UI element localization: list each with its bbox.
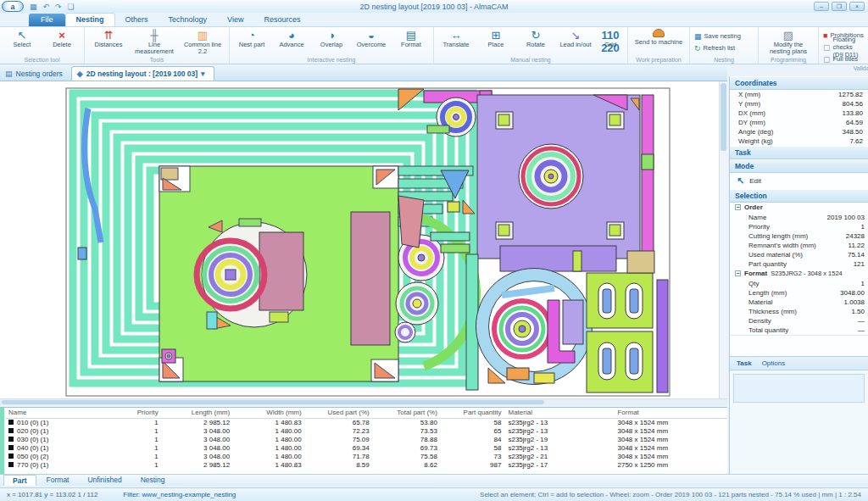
section-mode[interactable]: Mode xyxy=(730,159,868,173)
group-interactive-nesting: ◔ Nest part ◕ Advance ◑ Overlap ◒ Overco… xyxy=(230,27,434,64)
table-row[interactable]: 770 (0) (1) 12 985.12 1 480.838.59 8.629… xyxy=(5,460,727,469)
advance-button[interactable]: ◕ Advance xyxy=(272,28,311,48)
table-row[interactable]: 020 (0) (1) 13 048.00 1 480.0072.23 73.5… xyxy=(5,426,727,435)
doc-tab-nesting-orders[interactable]: ▤ Nesting orders xyxy=(0,67,71,81)
nest-part-button[interactable]: ◔ Nest part xyxy=(232,28,271,48)
section-task[interactable]: Task xyxy=(730,146,868,159)
order-swatch-icon xyxy=(8,445,14,450)
table-row[interactable]: 030 (0) (1) 13 048.00 1 480.0075.09 78.8… xyxy=(5,435,727,443)
lavender-plate-part xyxy=(477,95,654,259)
bottom-tab-unfinished[interactable]: Unfinished xyxy=(79,475,130,486)
tree-row: Remnant's width (mm)11.22 xyxy=(730,241,868,250)
save-nesting-button[interactable]: ▦ Save nesting xyxy=(693,31,743,42)
coord-row: Angle (deg)348.50 xyxy=(730,127,868,136)
place-button[interactable]: ⊞ Place xyxy=(476,28,515,48)
order-swatch-icon xyxy=(8,420,14,425)
send-to-machine-button[interactable]: Send to machine xyxy=(632,28,685,46)
ribbon: ↖ Select × Delete Selection tool ⇈ Dista… xyxy=(0,27,868,64)
minimize-button[interactable]: – xyxy=(814,2,829,11)
group-nesting-store: ▦ Save nesting ↻ Refresh list Nesting xyxy=(690,27,759,64)
full-titles-item[interactable]: ▢ Full titles xyxy=(821,53,865,64)
plans-icon: ▨ xyxy=(783,29,793,42)
floating-checks-item[interactable]: ▢ Floating checks (D9 D11) xyxy=(821,42,865,53)
tree-row: Length (mm)3048.00 xyxy=(730,288,868,298)
tab-file[interactable]: File xyxy=(29,14,65,26)
tree-row: Thickness (mm)1.50 xyxy=(730,307,868,316)
rotate-button[interactable]: ↻ Rotate xyxy=(516,28,555,48)
table-row[interactable]: 010 (0) (1) 12 985.12 1 480.8365.78 53.8… xyxy=(5,418,727,426)
bottom-tab-nesting[interactable]: Nesting xyxy=(132,475,174,486)
cursor-icon: ↖ xyxy=(18,29,27,42)
app-logo-icon: a xyxy=(2,1,24,12)
select-button[interactable]: ↖ Select xyxy=(3,28,42,48)
collapse-icon[interactable]: − xyxy=(735,270,741,276)
modify-plans-button[interactable]: ▨ Modify the nesting plans xyxy=(763,28,814,55)
coord-row: Y (mm)804.56 xyxy=(730,99,868,109)
table-row[interactable]: 050 (0) (2) 13 048.00 1 480.0071.78 75.5… xyxy=(5,452,727,460)
chevron-down-icon[interactable]: ▾ xyxy=(201,70,205,78)
distances-button[interactable]: ⇈ Distances xyxy=(87,28,130,48)
order-swatch-icon xyxy=(8,454,14,459)
translate-button[interactable]: ↔ Translate xyxy=(437,28,476,48)
canvas-horizontal-scrollbar[interactable] xyxy=(0,398,727,405)
redo-icon[interactable]: ↷ xyxy=(55,3,62,11)
print-icon[interactable]: ❏ xyxy=(68,3,75,11)
tree-group-order[interactable]: − Order xyxy=(730,203,868,213)
advance-icon: ◕ xyxy=(288,29,295,42)
doc-tab-nesting-layout[interactable]: ◈ 2D nesting layout : [2019 100 03] ▾ xyxy=(71,66,214,81)
coord-row: Weight (kg)7.62 xyxy=(730,136,868,146)
tab-technology[interactable]: Technology xyxy=(159,14,218,26)
close-button[interactable]: × xyxy=(849,2,865,11)
refresh-list-button[interactable]: ↻ Refresh list xyxy=(693,42,737,53)
grid-button[interactable]: 110220 Grid xyxy=(596,28,625,48)
translate-icon: ↔ xyxy=(451,29,462,42)
canvas-vertical-scrollbar[interactable] xyxy=(719,81,727,398)
overcome-button[interactable]: ◒ Overcome xyxy=(352,28,391,48)
lead-icon: ↘ xyxy=(571,29,581,42)
prohibitions-icon: ■ xyxy=(823,31,827,40)
common-line-button[interactable]: ▥ Common line 2.2 xyxy=(179,28,226,55)
group-tools: ⇈ Distances ╫ Line measurement ▥ Common … xyxy=(85,27,230,64)
format-button[interactable]: ▤ Format xyxy=(392,28,431,48)
table-edge-bar xyxy=(0,408,4,475)
tree-group-format[interactable]: − Format S235JRG2 - 3048 x 1524 xyxy=(730,269,868,279)
bottom-tab-format[interactable]: Format xyxy=(38,475,78,486)
overcome-icon: ◒ xyxy=(368,29,375,42)
overlap-button[interactable]: ◑ Overlap xyxy=(312,28,351,48)
collapse-icon[interactable]: − xyxy=(735,204,741,210)
table-row[interactable]: 040 (0) (1) 13 048.00 1 480.0069.34 69.7… xyxy=(5,443,727,452)
tab-view[interactable]: View xyxy=(217,14,253,26)
section-selection[interactable]: Selection xyxy=(730,189,868,203)
delete-button[interactable]: × Delete xyxy=(42,28,81,48)
panel-tab-options[interactable]: Options xyxy=(762,359,786,367)
ribbon-tab-bar: File Nesting Others Technology View Reso… xyxy=(0,13,868,27)
titlebar: a ▦ ↶ ↷ ❏ 2D nesting layout [2019 100 03… xyxy=(0,0,868,13)
tab-others[interactable]: Others xyxy=(115,14,159,26)
group-work-preparation: Send to machine Work preparation xyxy=(628,27,690,64)
section-coordinates[interactable]: Coordinates xyxy=(730,76,868,90)
bottom-tab-part[interactable]: Part xyxy=(3,475,36,486)
coord-row: DY (mm)64.59 xyxy=(730,118,868,127)
delete-icon: × xyxy=(58,29,65,42)
nesting-canvas[interactable] xyxy=(0,81,727,405)
tab-resources[interactable]: Resources xyxy=(253,14,310,26)
maximize-button[interactable]: ❐ xyxy=(832,2,847,11)
tree-row: Used material (%)75.14 xyxy=(730,250,868,259)
group-caption: Work preparation xyxy=(631,56,687,64)
helmet-icon xyxy=(653,29,665,37)
save-icon[interactable]: ▦ xyxy=(30,3,37,11)
distances-icon: ⇈ xyxy=(104,29,114,42)
nesting-drawing[interactable] xyxy=(0,81,717,398)
tab-nesting[interactable]: Nesting xyxy=(65,13,115,26)
undo-icon[interactable]: ↶ xyxy=(43,3,50,11)
group-selection-tool: ↖ Select × Delete Selection tool xyxy=(0,27,85,64)
lead-inout-button[interactable]: ↘ Lead in/out xyxy=(556,28,595,48)
group-manual-nesting: ↔ Translate ⊞ Place ↻ Rotate ↘ Lead in/o… xyxy=(434,27,628,64)
order-swatch-icon xyxy=(8,428,14,433)
group-caption: Tools xyxy=(87,56,226,64)
table-header-row[interactable]: NamePriority Length (mm)Width (mm) Used … xyxy=(5,408,727,418)
line-measurement-button[interactable]: ╫ Line measurement xyxy=(131,28,178,55)
panel-tab-task[interactable]: Task xyxy=(737,359,752,367)
tree-row: Cutting length (mm)24328 xyxy=(730,231,868,241)
window-title: 2D nesting layout [2019 100 03] - AlmaCA… xyxy=(359,3,508,11)
